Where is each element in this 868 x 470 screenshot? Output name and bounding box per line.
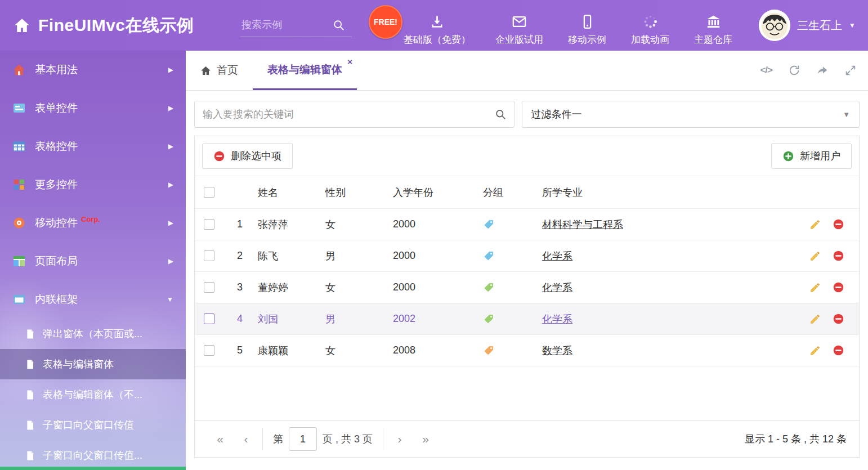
- mobile-control-icon: [12, 216, 26, 230]
- user-menu[interactable]: 三生石上 ▼: [759, 10, 856, 41]
- edit-icon[interactable]: [809, 313, 821, 325]
- sidebar-subitem-child-to-parent[interactable]: 子窗口向父窗口传值: [0, 410, 186, 440]
- edit-icon[interactable]: [809, 250, 821, 262]
- delete-selected-button[interactable]: 删除选中项: [202, 143, 293, 169]
- nav-theme-store[interactable]: 主题仓库: [694, 5, 732, 46]
- row-checkbox[interactable]: [204, 314, 214, 324]
- sidebar-subitem-label: 表格与编辑窗体（不...: [43, 388, 142, 401]
- chevron-right-icon: ▶: [168, 219, 173, 227]
- tag-icon: [483, 344, 495, 356]
- last-page-button[interactable]: »: [413, 432, 439, 446]
- sidebar-item-basic-usage[interactable]: 基本用法 ▶: [0, 51, 186, 89]
- col-group[interactable]: 分组: [477, 186, 536, 199]
- edit-icon[interactable]: [809, 218, 821, 230]
- cell-gender: 女: [320, 344, 387, 357]
- cell-name: 刘国: [252, 312, 320, 326]
- table-row[interactable]: 2 陈飞 男 2000 化学系: [195, 240, 859, 272]
- sidebar-item-mobile-controls[interactable]: 移动控件 Corp. ▶: [0, 204, 186, 242]
- major-link[interactable]: 材料科学与工程系: [542, 219, 623, 230]
- first-page-button[interactable]: «: [207, 432, 233, 446]
- sidebar-menu: 基本用法 ▶ 表单控件 ▶ 表格控件 ▶ 更多控件 ▶ 移动控件 Cor: [0, 51, 186, 470]
- nav-label: 移动示例: [568, 33, 606, 46]
- source-code-icon[interactable]: </>: [760, 65, 772, 76]
- select-all-checkbox[interactable]: [204, 187, 214, 198]
- col-gender[interactable]: 性别: [320, 186, 387, 199]
- sidebar-item-page-layout[interactable]: 页面布局 ▶: [0, 242, 186, 280]
- sidebar-subitem-grid-edit-window-2[interactable]: 表格与编辑窗体（不...: [0, 379, 186, 410]
- col-year[interactable]: 入学年份: [387, 186, 477, 199]
- edit-icon[interactable]: [809, 281, 821, 293]
- delete-row-icon[interactable]: [833, 250, 844, 262]
- sidebar-item-more-controls[interactable]: 更多控件 ▶: [0, 165, 186, 204]
- page-number-input[interactable]: [289, 427, 317, 451]
- major-link[interactable]: 化学系: [542, 314, 572, 325]
- table-row-selected[interactable]: 4 刘国 男 2002 化学系: [195, 303, 859, 335]
- header-search-input[interactable]: [240, 19, 333, 32]
- page-prefix: 第: [273, 432, 283, 446]
- major-link[interactable]: 化学系: [542, 282, 572, 293]
- file-icon: [25, 450, 35, 461]
- sidebar-item-iframe[interactable]: 内联框架 ▼: [0, 280, 186, 319]
- delete-row-icon[interactable]: [833, 218, 844, 230]
- sidebar-subitem-child-to-parent-2[interactable]: 子窗口向父窗口传值...: [0, 440, 186, 470]
- nav-basic-free[interactable]: FREE! 基础版（免费）: [404, 5, 471, 46]
- row-checkbox[interactable]: [204, 219, 214, 230]
- file-icon: [25, 420, 35, 431]
- nav-loading-animation[interactable]: 加载动画: [631, 5, 669, 46]
- search-icon[interactable]: [495, 109, 507, 120]
- sidebar-item-grid-controls[interactable]: 表格控件 ▶: [0, 127, 186, 165]
- keyword-search-input[interactable]: [195, 109, 514, 120]
- mobile-icon: [580, 14, 595, 29]
- chevron-right-icon: ▶: [168, 104, 173, 112]
- header-nav: FREE! 基础版（免费） 企业版试用 移动示例: [404, 5, 732, 46]
- refresh-icon[interactable]: [788, 64, 800, 77]
- cell-gender: 女: [320, 218, 387, 231]
- record-summary: 显示 1 - 5 条 , 共 12 条: [745, 432, 847, 446]
- delete-row-icon[interactable]: [833, 313, 844, 325]
- sidebar-item-label: 移动控件: [35, 216, 78, 230]
- tab-home[interactable]: 首页: [186, 51, 253, 90]
- nav-enterprise-trial[interactable]: 企业版试用: [495, 5, 543, 46]
- search-icon[interactable]: [333, 19, 345, 32]
- filter-dropdown[interactable]: 过滤条件一 ▼: [522, 101, 860, 128]
- table-row[interactable]: 1 张萍萍 女 2000 材料科学与工程系: [195, 209, 859, 240]
- tag-icon: [483, 313, 495, 325]
- sidebar-bottom-strip: [0, 467, 186, 470]
- tag-icon: [483, 250, 495, 262]
- sidebar-subitem-grid-edit-window[interactable]: 表格与编辑窗体: [0, 349, 186, 379]
- delete-row-icon[interactable]: [833, 281, 844, 293]
- row-checkbox[interactable]: [204, 282, 214, 293]
- sidebar-subitem-label: 表格与编辑窗体: [43, 357, 114, 371]
- expand-icon[interactable]: [844, 64, 857, 77]
- prev-page-button[interactable]: ‹: [233, 432, 259, 446]
- edit-icon[interactable]: [809, 344, 821, 356]
- chevron-right-icon: ▶: [168, 66, 173, 74]
- col-name[interactable]: 姓名: [252, 186, 320, 199]
- add-user-button[interactable]: 新增用户: [771, 143, 852, 169]
- filter-row: 过滤条件一 ▼: [194, 101, 860, 128]
- sidebar-subitem-popup-window[interactable]: 弹出窗体（本页面或...: [0, 319, 186, 349]
- tab-tools: </>: [760, 51, 857, 90]
- nav-label: 主题仓库: [694, 33, 732, 46]
- next-page-button[interactable]: ›: [387, 432, 413, 446]
- main-area: 首页 表格与编辑窗体 × </>: [186, 51, 868, 470]
- cell-year: 2008: [387, 344, 477, 356]
- col-major[interactable]: 所学专业: [536, 186, 797, 199]
- major-link[interactable]: 化学系: [542, 250, 572, 262]
- tab-close-icon[interactable]: ×: [347, 57, 352, 66]
- tab-grid-edit-window[interactable]: 表格与编辑窗体 ×: [253, 51, 357, 90]
- row-actions: [797, 218, 859, 230]
- table-row[interactable]: 5 康颖颖 女 2008 数学系: [195, 335, 859, 366]
- table-row[interactable]: 3 董婷婷 女 2000 化学系: [195, 272, 859, 303]
- row-checkbox[interactable]: [204, 250, 214, 261]
- share-icon[interactable]: [816, 64, 829, 77]
- row-checkbox[interactable]: [204, 345, 214, 356]
- brand[interactable]: FineUIMvc在线示例: [0, 14, 236, 37]
- tab-label: 表格与编辑窗体: [267, 62, 342, 77]
- sidebar-item-form-controls[interactable]: 表单控件 ▶: [0, 89, 186, 127]
- major-link[interactable]: 数学系: [542, 345, 572, 356]
- table-header-row: 姓名 性别 入学年份 分组 所学专业: [195, 176, 859, 209]
- delete-row-icon[interactable]: [833, 344, 844, 356]
- tag-icon: [483, 281, 495, 293]
- nav-mobile-demo[interactable]: 移动示例: [568, 5, 606, 46]
